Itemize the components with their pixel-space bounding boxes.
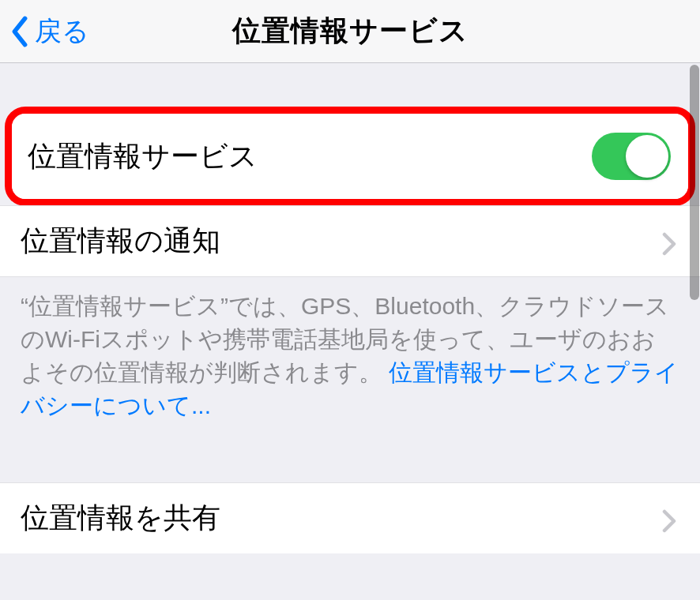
back-label: 戻る — [35, 13, 89, 50]
share-location-label: 位置情報を共有 — [21, 499, 220, 538]
highlighted-row-border: 位置情報サービス — [5, 107, 695, 206]
location-services-row[interactable]: 位置情報サービス — [12, 114, 688, 199]
settings-screen: 戻る 位置情報サービス 位置情報サービス 位置情報の通知 “位置情報サービス”で… — [0, 0, 700, 600]
page-title: 位置情報サービス — [232, 12, 469, 51]
scrollbar-track — [689, 65, 700, 600]
navigation-bar: 戻る 位置情報サービス — [0, 0, 700, 63]
location-services-description: “位置情報サービス”では、GPS、Bluetooth、クラウドソースのWi-Fi… — [0, 277, 700, 435]
chevron-left-icon — [9, 16, 30, 47]
toggle-knob — [626, 135, 668, 178]
share-location-row[interactable]: 位置情報を共有 — [0, 482, 700, 553]
section-spacer — [0, 63, 700, 107]
location-alerts-label: 位置情報の通知 — [21, 222, 220, 261]
chevron-right-icon — [662, 230, 676, 253]
chevron-right-icon — [662, 507, 676, 531]
back-button[interactable]: 戻る — [0, 13, 89, 50]
location-services-toggle[interactable] — [592, 133, 671, 180]
scrollbar-thumb[interactable] — [690, 65, 699, 300]
location-services-label: 位置情報サービス — [28, 137, 258, 176]
location-alerts-row[interactable]: 位置情報の通知 — [0, 205, 700, 277]
